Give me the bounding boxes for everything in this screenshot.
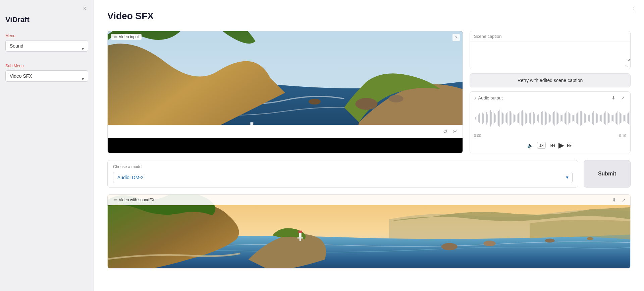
model-select-wrapper[interactable]: AudioLDM-2 AudioGen MusicGen ▼ xyxy=(113,172,573,183)
volume-icon[interactable]: 🔈 xyxy=(527,143,533,148)
submenu-select[interactable]: Video SFX Background Music Voice Over xyxy=(5,70,88,82)
music-note-icon: ♪ xyxy=(474,95,476,100)
submenu-select-wrapper[interactable]: Video SFX Background Music Voice Over ▼ xyxy=(5,70,88,88)
scene-caption-label: Scene caption xyxy=(470,31,630,42)
video-input-close-button[interactable]: × xyxy=(452,34,460,41)
menu-select[interactable]: Sound Video Image Text xyxy=(5,40,88,52)
svg-point-14 xyxy=(587,237,593,240)
page-title: Video SFX xyxy=(107,11,631,21)
time-start: 0:00 xyxy=(474,134,481,138)
audio-controls: 🔈 1x ⏮ ▶ ⏭ xyxy=(470,139,630,153)
main-content: ⋮ Video SFX ▭ Video input × xyxy=(94,0,644,291)
time-labels: 0:00 0:10 xyxy=(470,132,630,139)
bottom-video-actions: ⬇ ↗ xyxy=(611,197,627,203)
audio-output-label: ♪ Audio output xyxy=(474,95,503,100)
close-icon[interactable]: × xyxy=(82,5,88,12)
time-end: 0:10 xyxy=(619,134,626,138)
video-input-toolbar: ↺ ✂ xyxy=(108,125,463,138)
sidebar: × ViDraft Menu Sound Video Image Text ▼ … xyxy=(0,0,94,291)
svg-point-12 xyxy=(484,241,496,246)
video-input-label: ▭ Video input xyxy=(111,34,142,40)
model-chooser: Choose a model AudioLDM-2 AudioGen Music… xyxy=(107,160,578,188)
submenu-label: Sub Menu xyxy=(5,64,88,68)
model-row: Choose a model AudioLDM-2 AudioGen Music… xyxy=(107,160,631,188)
menu-label: Menu xyxy=(5,33,88,38)
audio-output-panel: ♪ Audio output ⬇ ↗ 0:00 0:10 🔈 xyxy=(470,91,631,153)
top-content-row: ▭ Video input × xyxy=(107,31,631,153)
svg-point-13 xyxy=(545,239,555,243)
download-video-icon[interactable]: ⬇ xyxy=(611,197,618,203)
waveform-container xyxy=(470,104,630,132)
model-select[interactable]: AudioLDM-2 AudioGen MusicGen xyxy=(113,172,573,183)
rewind-icon[interactable]: ⏮ xyxy=(550,142,556,148)
svg-point-2 xyxy=(389,95,404,102)
download-audio-icon[interactable]: ⬇ xyxy=(610,94,617,101)
play-icon[interactable]: ▶ xyxy=(558,142,564,149)
video-input-panel: ▭ Video input × xyxy=(107,31,463,153)
bottom-video-image xyxy=(108,195,630,268)
svg-rect-4 xyxy=(250,122,253,125)
retry-button[interactable]: Retry with edited scene caption xyxy=(470,73,631,87)
scene-caption-box: Scene caption ⤡ xyxy=(470,31,631,69)
bottom-video-label: ▭ Video with soundFX xyxy=(111,197,157,203)
scene-caption-textarea[interactable] xyxy=(470,42,630,62)
model-chooser-label: Choose a model xyxy=(113,164,573,169)
refresh-icon[interactable]: ↺ xyxy=(442,128,449,135)
svg-rect-10 xyxy=(300,238,301,241)
svg-point-11 xyxy=(441,243,458,250)
waveform xyxy=(474,108,626,128)
svg-point-1 xyxy=(355,98,377,110)
app-logo: ViDraft xyxy=(5,15,88,24)
bottom-video-panel: ▭ Video with soundFX ⬇ ↗ xyxy=(107,194,631,269)
video-input-image: ©VIDRAFT xyxy=(108,31,463,125)
share-video-icon[interactable]: ↗ xyxy=(620,197,627,203)
svg-rect-8 xyxy=(298,231,302,233)
bottom-video-icon: ▭ xyxy=(114,198,117,202)
svg-point-3 xyxy=(309,99,321,105)
submit-button[interactable]: Submit xyxy=(584,160,631,188)
audio-panel-header: ♪ Audio output ⬇ ↗ xyxy=(470,92,630,104)
play-controls: ⏮ ▶ ⏭ xyxy=(550,142,573,149)
speed-badge[interactable]: 1x xyxy=(537,142,546,149)
svg-rect-7 xyxy=(299,232,301,238)
right-panel: Scene caption ⤡ Retry with edited scene … xyxy=(470,31,631,153)
main-menu-icon[interactable]: ⋮ xyxy=(631,5,637,13)
bottom-video-header: ▭ Video with soundFX ⬇ ↗ xyxy=(108,195,630,205)
fast-forward-icon[interactable]: ⏭ xyxy=(567,142,573,148)
audio-actions: ⬇ ↗ xyxy=(610,94,626,101)
video-icon: ▭ xyxy=(114,34,117,39)
share-audio-icon[interactable]: ↗ xyxy=(620,94,626,101)
crop-icon[interactable]: ✂ xyxy=(451,128,459,135)
menu-select-wrapper[interactable]: Sound Video Image Text ▼ xyxy=(5,40,88,58)
resize-handle-icon: ⤡ xyxy=(470,63,630,69)
